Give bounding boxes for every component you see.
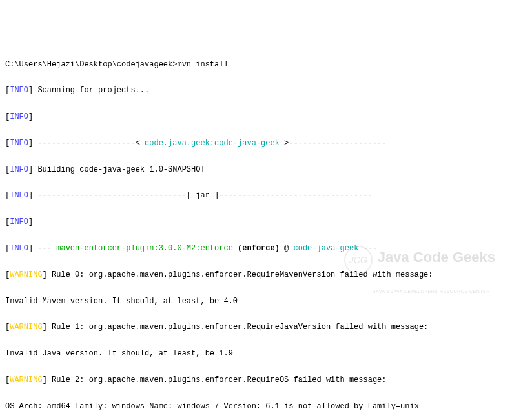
log-line: [INFO] --- maven-enforcer-plugin:3.0.0-M… <box>5 242 516 255</box>
log-line: [INFO] Scanning for projects... <box>5 84 516 97</box>
log-line: [INFO] ---------------------< code.java.… <box>5 137 516 150</box>
log-line: [INFO] Building code-java-geek 1.0-SNAPS… <box>5 163 516 176</box>
log-line: Invalid Maven version. It should, at lea… <box>5 295 516 308</box>
log-line: [INFO] <box>5 110 516 123</box>
log-line: Invalid Java version. It should, at leas… <box>5 347 516 360</box>
log-line: [INFO] --------------------------------[… <box>5 189 516 202</box>
log-line: [WARNING] Rule 2: org.apache.maven.plugi… <box>5 374 516 386</box>
log-line: [INFO] <box>5 215 516 228</box>
log-line: OS Arch: amd64 Family: windows Name: win… <box>5 400 516 413</box>
log-line: [WARNING] Rule 0: org.apache.maven.plugi… <box>5 268 516 281</box>
prompt-line: C:\Users\Hejazi\Desktop\codejavageek>mvn… <box>5 58 516 71</box>
log-line: [WARNING] Rule 1: org.apache.maven.plugi… <box>5 321 516 334</box>
